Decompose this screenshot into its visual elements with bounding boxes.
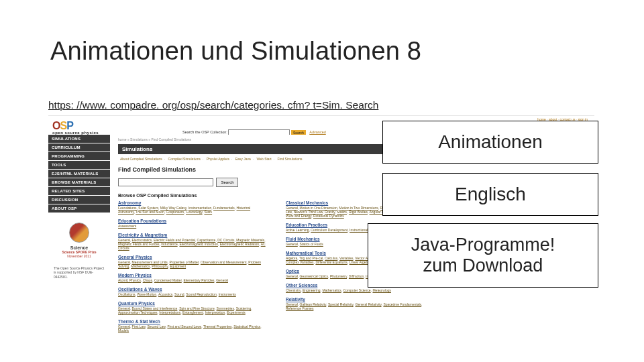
overlay-java-text: Java-Programme! zum Download bbox=[411, 235, 555, 276]
category-block: Education FoundationsAssessment bbox=[118, 219, 266, 228]
overlay-englisch: Englisch bbox=[382, 173, 598, 216]
nav-item[interactable]: SIMULATIONS bbox=[48, 135, 110, 143]
nav-item[interactable]: ABOUT OSP bbox=[48, 204, 110, 213]
page-heading-bar: Simulations bbox=[118, 144, 415, 154]
advanced-link[interactable]: Advanced bbox=[309, 130, 325, 134]
category-block: Modern PhysicsAtomic Physics, Chaos, Con… bbox=[118, 273, 266, 282]
nav-item[interactable]: BROWSE MATERIALS bbox=[48, 178, 110, 187]
category-links[interactable]: General, Measurement and Units, Properti… bbox=[118, 260, 266, 268]
category-heading[interactable]: Thermo & Stat Mech bbox=[118, 319, 266, 324]
category-heading[interactable]: Relativity bbox=[286, 297, 433, 302]
category-block: Electricity & MagnetismGeneral, Electros… bbox=[118, 233, 266, 250]
slide: Animationen und Simulationen 8 https: //… bbox=[0, 0, 644, 362]
category-links[interactable]: Atomic Physics, Chaos, Condensed Matter,… bbox=[118, 278, 266, 282]
find-title: Find Compiled Simulations bbox=[118, 166, 589, 173]
overlay-animationen: Animationen bbox=[382, 121, 598, 164]
category-heading[interactable]: Oscillations & Waves bbox=[118, 287, 266, 292]
sponsor-text: The Open Source Physics Project is suppo… bbox=[51, 266, 107, 279]
category-heading[interactable]: General Physics bbox=[118, 255, 266, 259]
category-block: Quantum PhysicsGeneral, Bound States and… bbox=[118, 301, 266, 314]
category-links[interactable]: General, Electrostatics, Electric Fields… bbox=[118, 238, 266, 250]
tab-item[interactable]: Find Simulations bbox=[275, 157, 304, 161]
sponsor-date: November 2011 bbox=[51, 254, 107, 258]
find-button[interactable]: Search bbox=[216, 178, 238, 187]
category-links[interactable]: General, Galilean Relativity, Special Re… bbox=[286, 302, 433, 310]
category-block: Oscillations & WavesOscillations, Wave M… bbox=[118, 287, 266, 296]
nav-item[interactable]: RELATED SITES bbox=[48, 187, 110, 196]
tab-item[interactable]: Physlet Applets bbox=[205, 157, 231, 161]
category-heading[interactable]: Education Foundations bbox=[118, 219, 266, 223]
nav-item[interactable]: PROGRAMMING bbox=[48, 152, 110, 161]
nav-item[interactable]: EJS/HTML MATERIALS bbox=[48, 170, 110, 178]
category-block: General PhysicsGeneral, Measurement and … bbox=[118, 255, 266, 268]
nav-item[interactable]: DISCUSSION bbox=[48, 196, 110, 204]
category-block: RelativityGeneral, Galilean Relativity, … bbox=[286, 297, 433, 310]
sidebar-nav: SIMULATIONS CURRICULUM PROGRAMMING TOOLS… bbox=[48, 135, 110, 213]
category-heading[interactable]: Quantum Physics bbox=[118, 301, 266, 306]
overlay-java: Java-Programme! zum Download bbox=[368, 223, 598, 288]
nav-item[interactable]: CURRICULUM bbox=[48, 143, 110, 152]
page-title: Animationen und Simulationen 8 bbox=[50, 37, 421, 66]
tab-item[interactable]: Easy Java bbox=[233, 157, 253, 161]
source-url[interactable]: https: //www. compadre. org/osp/search/c… bbox=[48, 99, 378, 111]
category-heading[interactable]: Electricity & Magnetism bbox=[118, 233, 266, 237]
category-block: AstronomyFoundations, Solar System, Milk… bbox=[118, 200, 266, 214]
category-links[interactable]: Oscillations, Wave Motion, Acoustics, So… bbox=[118, 292, 266, 296]
category-links[interactable]: General, First Law, Second Law, First an… bbox=[118, 324, 266, 333]
science-logo-icon bbox=[69, 223, 89, 243]
category-heading[interactable]: Astronomy bbox=[118, 200, 266, 205]
sponsor-label: Science bbox=[51, 245, 107, 250]
category-block: Thermo & Stat MechGeneral, First Law, Se… bbox=[118, 319, 266, 333]
tab-item[interactable]: Compiled Simulations bbox=[166, 157, 203, 161]
category-links[interactable]: Assessment bbox=[118, 224, 266, 228]
search-label: Search the OSP Collection: bbox=[182, 130, 227, 134]
nav-item[interactable]: TOOLS bbox=[48, 161, 110, 170]
category-links[interactable]: Chemistry, Engineering, Mathematics, Com… bbox=[286, 288, 433, 292]
tab-item[interactable]: About Compiled Simulations bbox=[118, 157, 164, 161]
tab-item[interactable]: Web Start bbox=[255, 157, 274, 161]
left-sidebar: SIMULATIONS CURRICULUM PROGRAMMING TOOLS… bbox=[48, 135, 110, 282]
category-links[interactable]: Foundations, Solar System, Milky Way Gal… bbox=[118, 206, 266, 214]
category-heading[interactable]: Modern Physics bbox=[118, 273, 266, 278]
find-input[interactable] bbox=[118, 178, 213, 186]
sponsor-block: Science Science SPORE Prize November 201… bbox=[48, 220, 110, 282]
category-links[interactable]: General, Bound States and Interference, … bbox=[118, 306, 266, 314]
